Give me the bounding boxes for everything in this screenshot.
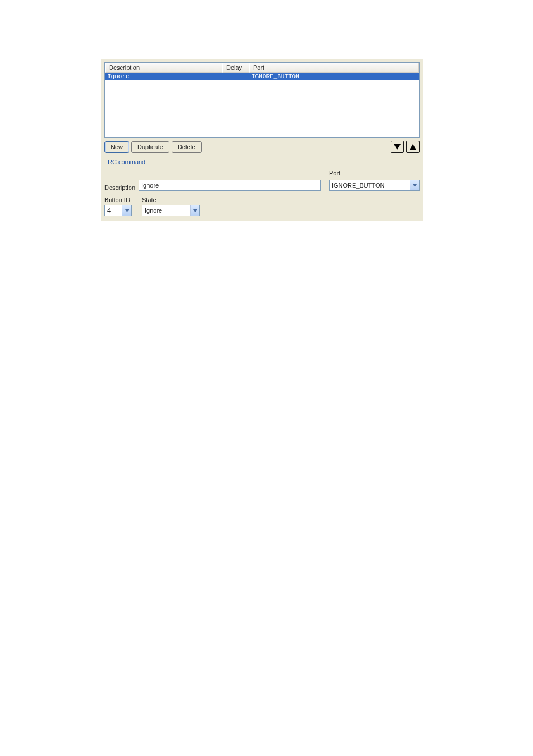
state-combo-button[interactable] <box>190 205 199 216</box>
svg-marker-0 <box>394 144 401 150</box>
move-down-button[interactable] <box>391 141 404 153</box>
chevron-down-icon <box>193 209 197 212</box>
port-combo-input[interactable] <box>330 180 410 190</box>
move-up-button[interactable] <box>406 141 420 153</box>
buttonid-label: Button ID <box>104 197 132 203</box>
cell-delay <box>222 73 249 80</box>
buttonid-combo-button[interactable] <box>122 205 131 216</box>
new-button[interactable]: New <box>104 141 129 153</box>
description-input[interactable] <box>139 180 321 191</box>
state-label: State <box>142 197 200 203</box>
chevron-down-icon <box>125 209 129 212</box>
duplicate-button[interactable]: Duplicate <box>131 141 169 153</box>
cell-port: IGNORE_BUTTON <box>249 73 419 80</box>
delete-button[interactable]: Delete <box>172 141 202 153</box>
buttonid-combo[interactable] <box>104 205 132 216</box>
table-body[interactable]: Ignore IGNORE_BUTTON <box>105 73 419 137</box>
triangle-up-icon <box>409 143 417 150</box>
port-combo[interactable] <box>329 180 420 191</box>
port-combo-button[interactable] <box>410 180 419 190</box>
svg-marker-2 <box>413 184 417 187</box>
state-combo-input[interactable] <box>142 205 190 216</box>
description-label: Description <box>104 184 135 191</box>
svg-marker-4 <box>193 209 197 212</box>
table-header-row: Description Delay Port <box>105 63 419 73</box>
buttonid-combo-input[interactable] <box>105 205 122 216</box>
col-header-description[interactable]: Description <box>105 63 222 73</box>
fieldset-border <box>106 162 418 162</box>
svg-marker-1 <box>410 144 416 150</box>
state-combo[interactable] <box>142 205 200 216</box>
page-divider-top <box>64 47 469 47</box>
table-row[interactable]: Ignore IGNORE_BUTTON <box>105 73 419 80</box>
svg-marker-3 <box>125 209 129 212</box>
triangle-down-icon <box>393 143 401 150</box>
col-header-port[interactable]: Port <box>249 63 419 73</box>
cell-description: Ignore <box>105 73 222 80</box>
page-divider-bottom <box>64 681 469 681</box>
rc-command-section: RC command Description Port Button ID <box>101 156 423 221</box>
command-table: Description Delay Port Ignore IGNORE_BUT… <box>104 62 420 138</box>
rc-command-legend: RC command <box>106 159 147 165</box>
port-label: Port <box>329 170 420 176</box>
rc-command-panel: Description Delay Port Ignore IGNORE_BUT… <box>101 59 423 221</box>
table-button-row: New Duplicate Delete <box>101 138 423 156</box>
col-header-delay[interactable]: Delay <box>222 63 249 73</box>
chevron-down-icon <box>413 184 417 187</box>
